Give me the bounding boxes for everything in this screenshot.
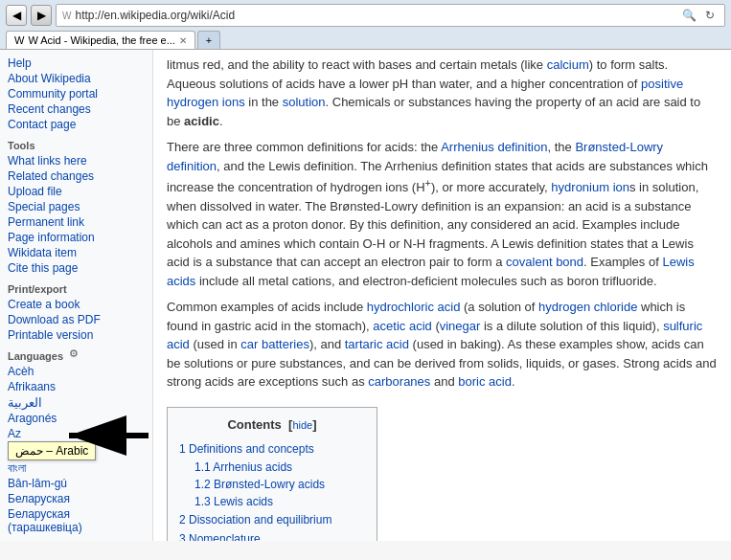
tab-favicon: W	[14, 34, 24, 46]
sidebar-link-cite[interactable]: Cite this page	[8, 260, 145, 276]
browser-chrome: ◀ ▶ W 🔍 ↻ W W Acid - Wikipedia, the free…	[0, 0, 731, 50]
main-content: litmus red, and the ability to react wit…	[153, 50, 731, 541]
tooltip-text: حمض – Arabic	[15, 444, 88, 458]
tab-close-button[interactable]: ✕	[179, 35, 187, 46]
contents-box: Contents [hide] 1 Definitions and concep…	[167, 407, 377, 541]
active-tab[interactable]: W W Acid - Wikipedia, the free e... ✕	[6, 31, 195, 49]
sidebar-link-about[interactable]: About Wikipedia	[8, 71, 145, 86]
toc-item-1-2[interactable]: 1.2 Brønsted-Lowry acids	[179, 476, 365, 493]
sidebar-link-community[interactable]: Community portal	[8, 86, 145, 101]
toc-link-2[interactable]: Dissociation and equilibrium	[189, 513, 331, 526]
sidebar-link-related-changes[interactable]: Related changes	[8, 168, 145, 184]
boric-acid-link[interactable]: boric acid	[458, 374, 512, 389]
sidebar-link-afrikaans[interactable]: Afrikaans	[8, 379, 145, 394]
paragraph-2: There are three common definitions for a…	[167, 138, 718, 290]
arrhenius-link[interactable]: Arrhenius definition	[441, 140, 547, 154]
sidebar-link-page-info[interactable]: Page information	[8, 230, 145, 245]
browser-toolbar: ◀ ▶ W 🔍 ↻	[6, 4, 725, 27]
hcl-link2[interactable]: hydrogen chloride	[538, 300, 637, 314]
carboranes-link[interactable]: carboranes	[368, 374, 430, 389]
calcium-link[interactable]: calcium	[547, 57, 589, 72]
favicon: W	[62, 11, 71, 21]
sidebar-link-aragones[interactable]: Aragonés	[8, 411, 145, 426]
hcl-link[interactable]: hydrochloric acid	[367, 300, 461, 314]
car-batteries-link[interactable]: car batteries	[240, 337, 309, 351]
sidebar-link-recent-changes[interactable]: Recent changes	[8, 101, 145, 117]
tools-label: Tools	[8, 140, 145, 151]
refresh-button[interactable]: ↻	[701, 7, 719, 24]
paragraph-1: litmus red, and the ability to react wit…	[167, 56, 718, 130]
sidebar-link-special[interactable]: Special pages	[8, 199, 145, 214]
contents-title: Contents [hide]	[179, 415, 365, 435]
sidebar-link-belarusian[interactable]: Беларуская	[8, 491, 145, 506]
forward-button[interactable]: ▶	[31, 5, 52, 26]
covalent-bond-link[interactable]: covalent bond	[506, 255, 583, 269]
languages-label: Languages	[8, 350, 63, 362]
sidebar-link-upload[interactable]: Upload file	[8, 184, 145, 199]
toc-link-3[interactable]: Nomenclature	[189, 532, 261, 541]
sidebar-link-belarusian-tarask[interactable]: Беларуская (тарашкевіца)	[8, 506, 145, 535]
sidebar-link-aceh[interactable]: Acèh	[8, 364, 145, 379]
back-button[interactable]: ◀	[6, 5, 27, 26]
search-button[interactable]: 🔍	[680, 7, 697, 24]
gear-icon[interactable]: ⚙	[69, 347, 79, 360]
sidebar-link-contact[interactable]: Contact page	[8, 117, 145, 132]
toc-link-1-1[interactable]: Arrhenius acids	[213, 460, 292, 474]
sidebar-link-arabic[interactable]: العربية	[8, 394, 42, 411]
toc-item-1-3[interactable]: 1.3 Lewis acids	[179, 493, 365, 510]
tab-bar: W W Acid - Wikipedia, the free e... ✕ +	[6, 31, 725, 49]
sidebar: Help About Wikipedia Community portal Re…	[0, 50, 153, 541]
new-tab[interactable]: +	[197, 31, 220, 49]
tooltip-anchor: Az حمض – Arabic	[8, 426, 21, 441]
sidebar-link-what-links[interactable]: What links here	[8, 153, 145, 168]
sidebar-link-download-pdf[interactable]: Download as PDF	[8, 312, 145, 327]
toc-item-3[interactable]: 3 Nomenclature	[179, 529, 365, 541]
sidebar-link-printable[interactable]: Printable version	[8, 327, 145, 343]
tooltip-box: حمض – Arabic	[8, 441, 96, 460]
toc-link-1-2[interactable]: Brønsted-Lowry acids	[214, 478, 325, 491]
sidebar-link-help[interactable]: Help	[8, 56, 145, 71]
toc-item-1[interactable]: 1 Definitions and concepts	[179, 439, 365, 459]
toc-link-1[interactable]: Definitions and concepts	[189, 442, 314, 456]
hydronium-link[interactable]: hydronium ion	[551, 180, 629, 194]
paragraph-3: Common examples of acids include hydroch…	[167, 298, 718, 392]
contents-hide-link[interactable]: hide	[292, 419, 312, 431]
url-input[interactable]	[75, 9, 676, 22]
sidebar-link-create-book[interactable]: Create a book	[8, 297, 145, 312]
languages-header: Languages ⚙	[8, 343, 145, 364]
sidebar-link-banlam[interactable]: Bân-lâm-gú	[8, 476, 145, 491]
toc-link-1-3[interactable]: Lewis acids	[214, 495, 273, 508]
acetic-link[interactable]: acetic acid	[373, 319, 431, 333]
sidebar-link-permanent[interactable]: Permanent link	[8, 214, 145, 230]
solution-link[interactable]: solution	[283, 95, 326, 109]
vinegar-link[interactable]: vinegar	[440, 319, 481, 333]
toc-item-2[interactable]: 2 Dissociation and equilibrium	[179, 510, 365, 529]
tartaric-link[interactable]: tartaric acid	[345, 337, 409, 351]
tab-label: W Acid - Wikipedia, the free e...	[28, 34, 174, 46]
sidebar-link-bengali[interactable]: বাংলা	[8, 460, 145, 476]
sidebar-link-wikidata[interactable]: Wikidata item	[8, 245, 145, 260]
page-body: Help About Wikipedia Community portal Re…	[0, 50, 731, 541]
sidebar-link-az[interactable]: Az	[8, 426, 21, 441]
address-bar: W 🔍 ↻	[56, 4, 725, 27]
acidic-text: acidic	[184, 114, 219, 128]
toc-item-1-1[interactable]: 1.1 Arrhenius acids	[179, 459, 365, 476]
print-label: Print/export	[8, 283, 145, 295]
contents-label: Contents	[227, 417, 281, 432]
arabic-link-container: العربية	[8, 394, 42, 411]
